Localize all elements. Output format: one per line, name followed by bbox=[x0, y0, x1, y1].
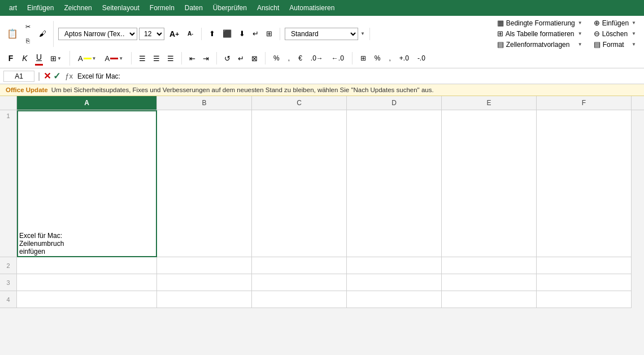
font-size-dropdown[interactable]: 12 bbox=[139, 28, 164, 40]
as-table-button[interactable]: ⊞ Als Tabelle formatieren ▼ bbox=[494, 29, 586, 38]
conditional-formatting-button[interactable]: ▦ Bedingte Formatierung ▼ bbox=[494, 18, 586, 28]
col-header-d[interactable]: D bbox=[347, 96, 442, 110]
cell-f3[interactable] bbox=[537, 274, 632, 291]
format-right-caret: ▼ bbox=[632, 42, 636, 47]
underline-label[interactable]: U bbox=[33, 51, 45, 63]
cell-e1[interactable] bbox=[442, 110, 537, 257]
align-right-button[interactable]: ☰ bbox=[164, 52, 177, 64]
notification-title: Office Update bbox=[6, 86, 48, 93]
font-family-dropdown[interactable]: Aptos Narrow (Tex… bbox=[58, 28, 137, 40]
more-alignment-section: ↺ ↵ ⊠ bbox=[221, 52, 266, 64]
insert-cells-button[interactable]: ⊕ Einfügen ▼ bbox=[590, 18, 639, 28]
menu-ansicht[interactable]: Ansicht bbox=[253, 3, 284, 13]
comma-button[interactable]: , bbox=[285, 52, 293, 64]
dec-decrease-button[interactable]: -.0 bbox=[414, 52, 429, 64]
menu-daten[interactable]: Daten bbox=[180, 3, 207, 13]
menu-art[interactable]: art bbox=[5, 3, 21, 13]
cell-a1[interactable]: Excel für Mac: Zeilenumbruch einfügen bbox=[17, 110, 157, 257]
row-num-1: 1 bbox=[0, 110, 17, 257]
align-middle-button[interactable]: ⬛ bbox=[220, 28, 234, 40]
indent-right-button[interactable]: ⇥ bbox=[200, 52, 212, 64]
cell-c1[interactable] bbox=[252, 110, 347, 257]
col-header-f[interactable]: F bbox=[537, 96, 632, 110]
menu-formeln[interactable]: Formeln bbox=[145, 3, 179, 13]
comma2-button[interactable]: , bbox=[386, 52, 394, 64]
cell-f2[interactable] bbox=[537, 257, 632, 274]
decrease-decimal-button[interactable]: ←.0 bbox=[328, 52, 347, 64]
col-header-b[interactable]: B bbox=[157, 96, 252, 110]
paste-button[interactable]: 📋 bbox=[5, 25, 20, 42]
thousands-button[interactable]: ⊞ bbox=[357, 52, 369, 64]
increase-font-size-button[interactable]: A+ bbox=[166, 28, 182, 40]
cell-c3[interactable] bbox=[252, 274, 347, 291]
cell-b2[interactable] bbox=[157, 257, 252, 274]
format-painter-button[interactable]: 🖌 bbox=[36, 28, 50, 40]
percent-button[interactable]: % bbox=[270, 52, 283, 64]
merge2-button[interactable]: ⊠ bbox=[249, 52, 260, 64]
cell-b1[interactable] bbox=[157, 110, 252, 257]
menu-zeichnen[interactable]: Zeichnen bbox=[59, 3, 96, 13]
font-color-button[interactable]: A▼ bbox=[102, 52, 127, 64]
wrap-text-button[interactable]: ↵ bbox=[250, 28, 262, 40]
underline-button[interactable]: U bbox=[33, 51, 45, 66]
cell-d1[interactable] bbox=[347, 110, 442, 257]
cell-a4[interactable] bbox=[17, 291, 157, 308]
column-headers: A B C D E F bbox=[0, 96, 644, 110]
cell-a3[interactable] bbox=[17, 274, 157, 291]
border-button[interactable]: ⊞▼ bbox=[47, 52, 65, 64]
copy-button[interactable]: ⎘ bbox=[22, 34, 34, 47]
format-cells-button[interactable]: ▤ Format ▼ bbox=[590, 40, 639, 49]
bold-button[interactable]: F bbox=[5, 52, 17, 64]
delete-caret: ▼ bbox=[632, 31, 636, 36]
confirm-formula-button[interactable]: ✓ bbox=[53, 71, 60, 81]
cell-e3[interactable] bbox=[442, 274, 537, 291]
cut-button[interactable]: ✂ bbox=[22, 21, 34, 33]
align-left-button[interactable]: ☰ bbox=[136, 52, 149, 64]
menu-automatisieren[interactable]: Automatisieren bbox=[285, 3, 339, 13]
cell-f1[interactable] bbox=[537, 110, 632, 257]
indent-left-button[interactable]: ⇤ bbox=[186, 52, 198, 64]
cell-d2[interactable] bbox=[347, 257, 442, 274]
col-header-a[interactable]: A bbox=[17, 96, 157, 110]
function-button[interactable]: ƒx bbox=[65, 72, 73, 80]
merge-button[interactable]: ⊞ bbox=[263, 28, 275, 40]
decrease-font-size-button[interactable]: A- bbox=[184, 28, 197, 40]
cell-b4[interactable] bbox=[157, 291, 252, 308]
col-header-c[interactable]: C bbox=[252, 96, 347, 110]
align-center-button[interactable]: ☰ bbox=[150, 52, 163, 64]
cell-reference-input[interactable] bbox=[3, 71, 34, 82]
percent2-button[interactable]: % bbox=[371, 52, 384, 64]
font-style-section: F K U ⊞▼ bbox=[5, 51, 70, 66]
menu-seitenlayout[interactable]: Seitenlayout bbox=[98, 3, 144, 13]
color-section: A▼ A▼ bbox=[75, 52, 132, 64]
cell-f4[interactable] bbox=[537, 291, 632, 308]
cell-d3[interactable] bbox=[347, 274, 442, 291]
table-row: 1 Excel für Mac: Zeilenumbruch einfügen bbox=[0, 110, 644, 257]
cell-e4[interactable] bbox=[442, 291, 537, 308]
italic-button[interactable]: K bbox=[19, 52, 31, 64]
cell-c4[interactable] bbox=[252, 291, 347, 308]
cell-styles-button[interactable]: ▤ Zellenformatvorlagen ▼ bbox=[494, 40, 586, 49]
fill-color-button[interactable]: A▼ bbox=[75, 52, 100, 64]
delete-cells-button[interactable]: ⊖ Löschen ▼ bbox=[590, 29, 639, 38]
align-top-button[interactable]: ⬆ bbox=[206, 28, 218, 40]
cell-d4[interactable] bbox=[347, 291, 442, 308]
currency-button[interactable]: € bbox=[295, 52, 306, 64]
cell-a2[interactable] bbox=[17, 257, 157, 274]
dec-increase-button[interactable]: +.0 bbox=[396, 52, 412, 64]
cell-e2[interactable] bbox=[442, 257, 537, 274]
ribbon-right: ▦ Bedingte Formatierung ▼ ⊞ Als Tabelle … bbox=[494, 18, 639, 49]
menu-einfuegen[interactable]: Einfügen bbox=[23, 3, 58, 13]
align-bottom-button[interactable]: ⬇ bbox=[236, 28, 248, 40]
number-format-dropdown[interactable]: Standard bbox=[285, 28, 358, 40]
cell-b3[interactable] bbox=[157, 274, 252, 291]
formula-input[interactable] bbox=[77, 72, 641, 80]
wrap-text2-button[interactable]: ↵ bbox=[235, 52, 247, 64]
col-header-e[interactable]: E bbox=[442, 96, 537, 110]
cancel-formula-button[interactable]: ✕ bbox=[43, 71, 51, 81]
menu-uberpruefen[interactable]: Überprüfen bbox=[208, 3, 251, 13]
increase-decimal-button[interactable]: .0→ bbox=[307, 52, 327, 64]
more-number-section: ⊞ % , +.0 -.0 bbox=[357, 52, 433, 64]
cell-c2[interactable] bbox=[252, 257, 347, 274]
rotate-button[interactable]: ↺ bbox=[221, 52, 233, 64]
